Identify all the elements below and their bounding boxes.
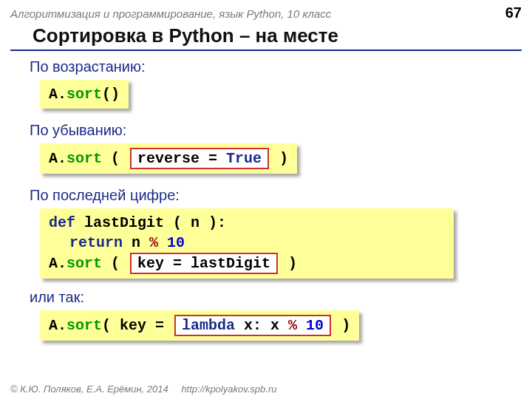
code-text: sort: [66, 317, 102, 334]
code-line: def lastDigit ( n ):: [49, 213, 445, 233]
code-text: A.: [49, 86, 66, 103]
code-text: sort: [66, 86, 102, 103]
footer-url: http://kpolyakov.spb.ru: [181, 383, 276, 395]
code-text: key = lastDigit: [137, 255, 270, 272]
code-text: lastDigit ( n ):: [75, 214, 226, 231]
highlight-box-reverse: reverse = True: [130, 148, 269, 169]
code-number: 10: [306, 317, 324, 334]
heading-descending: По убыванию:: [30, 122, 510, 139]
code-text: A.: [49, 150, 66, 167]
slide-footer: © К.Ю. Поляков, Е.А. Ерёмин, 2014 http:/…: [10, 383, 276, 395]
code-text: ): [332, 317, 350, 334]
copyright: © К.Ю. Поляков, Е.А. Ерёмин, 2014: [10, 383, 168, 395]
slide-header: Алгоритмизация и программирование, язык …: [0, 0, 532, 24]
content-area: По возрастанию: A.sort() По убыванию: A.…: [0, 58, 532, 351]
highlight-box-lambda: lambda x: x % 10: [174, 315, 331, 336]
code-text: n: [123, 234, 140, 251]
code-text: %: [279, 317, 306, 334]
course-name: Алгоритмизация и программирование, язык …: [10, 7, 331, 20]
code-line: return n % 10: [49, 233, 445, 253]
code-text: ): [279, 255, 297, 272]
code-text: x: x: [235, 317, 279, 334]
code-text: sort: [66, 150, 102, 167]
heading-alt: или так:: [30, 289, 510, 306]
heading-lastdigit: По последней цифре:: [30, 187, 510, 204]
code-text: (): [102, 86, 120, 103]
code-text: A.: [49, 317, 66, 334]
code-text: sort: [66, 255, 102, 272]
code-text: (: [102, 150, 129, 167]
code-keyword: lambda: [182, 317, 235, 334]
code-text: (: [102, 255, 129, 272]
code-text: ( key =: [102, 317, 164, 334]
code-lambda: A.sort( key = lambda x: x % 10 ): [40, 310, 359, 341]
code-keyword: return: [69, 234, 123, 251]
highlight-box-key: key = lastDigit: [130, 253, 278, 274]
code-text: reverse =: [137, 150, 226, 167]
code-keyword: def: [49, 214, 75, 231]
code-lastdigit: def lastDigit ( n ): return n % 10 A.sor…: [40, 208, 454, 279]
heading-ascending: По возрастанию:: [30, 58, 510, 75]
code-descending: A.sort ( reverse = True ): [40, 143, 297, 174]
code-line: A.sort ( key = lastDigit ): [49, 253, 445, 274]
code-text: %: [140, 234, 167, 251]
code-text: A.: [49, 255, 66, 272]
code-number: 10: [167, 234, 185, 251]
slide-title: Сортировка в Python – на месте: [10, 24, 522, 51]
code-text: [164, 317, 173, 334]
code-ascending: A.sort(): [40, 80, 129, 109]
page-number: 67: [505, 4, 522, 21]
code-text: ): [270, 150, 288, 167]
code-text: True: [226, 150, 262, 167]
